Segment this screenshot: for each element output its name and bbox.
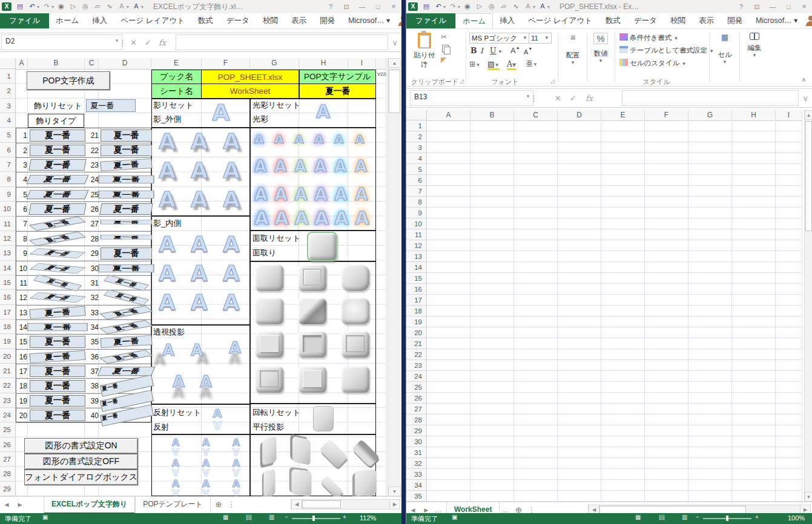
help-button[interactable]: ? xyxy=(733,0,749,13)
reflect-sample[interactable]: AA xyxy=(229,459,243,477)
bevel-sample[interactable] xyxy=(255,264,283,291)
bevel-sample[interactable] xyxy=(341,298,369,324)
close-button[interactable]: × xyxy=(386,0,401,13)
shadow-outer-sample[interactable]: A xyxy=(223,160,240,182)
column-header-E[interactable]: E xyxy=(601,110,645,120)
underline-button[interactable]: U xyxy=(490,46,497,55)
shadow-outer-sample[interactable]: A xyxy=(191,189,208,211)
row-header-4[interactable]: 4 xyxy=(0,113,13,128)
cells-group-button[interactable]: ▦ セル ▼ xyxy=(713,33,737,76)
deco-cell[interactable]: 夏一番 xyxy=(101,129,152,141)
reflect-sample[interactable]: AA xyxy=(168,459,183,477)
column-header-I[interactable]: I xyxy=(348,58,376,68)
camera-icon[interactable]: ◉ xyxy=(55,0,67,13)
shadow-outer-sample[interactable]: A xyxy=(159,160,176,182)
glow-sample[interactable]: A xyxy=(334,186,348,203)
shadow-outer-sample[interactable]: A xyxy=(223,189,240,211)
bevel-sample[interactable] xyxy=(255,366,283,393)
shadow-outer-sample[interactable]: A xyxy=(159,131,176,152)
deco-cell[interactable]: 夏一番 xyxy=(104,275,149,290)
minimize-button[interactable]: — xyxy=(765,0,781,13)
bevel-sample[interactable] xyxy=(341,264,369,291)
fx-icon[interactable]: fx xyxy=(586,89,593,107)
column-header-H[interactable]: H xyxy=(299,58,348,68)
grow-font-button[interactable]: A▲ xyxy=(510,45,520,55)
row-header-14[interactable]: 14 xyxy=(406,262,424,273)
deco-cell[interactable]: 夏一番 xyxy=(99,320,153,334)
deco-cell[interactable]: 夏一番 xyxy=(30,380,85,391)
deco-cell[interactable]: 夏一番 xyxy=(30,395,85,407)
glow-sample[interactable]: A xyxy=(314,209,329,228)
tab-file[interactable]: ファイル xyxy=(0,13,49,28)
perspective-sample[interactable]: A xyxy=(229,340,241,356)
column-header-A[interactable]: A xyxy=(16,58,28,68)
row-header-9[interactable]: 9 xyxy=(406,208,424,218)
reflect-sample[interactable]: AA xyxy=(199,479,213,496)
row-header-24[interactable]: 24 xyxy=(406,371,424,382)
horizontal-scroll-thumb[interactable] xyxy=(302,500,341,508)
shrink-font-button[interactable]: A▼ xyxy=(524,47,532,56)
glow-sample[interactable]: A xyxy=(294,159,306,174)
excel-logo-icon[interactable]: X xyxy=(408,2,418,11)
glow-sample[interactable]: A xyxy=(254,159,266,174)
editing-group-button[interactable]: 編集 ▼ xyxy=(742,33,767,76)
bevel-reset-sample[interactable] xyxy=(307,232,337,261)
ribbon-options-button[interactable]: ⊡ xyxy=(749,0,765,13)
restore-button[interactable]: □ xyxy=(781,0,796,13)
glow-sample[interactable]: A xyxy=(334,159,346,174)
row-header-23[interactable]: 23 xyxy=(406,360,424,371)
page-icon[interactable]: ▱ xyxy=(91,0,104,13)
row-header-26[interactable]: 26 xyxy=(406,393,424,404)
deco-cell[interactable]: 夏一番 xyxy=(104,290,149,306)
row-header-26[interactable]: 26 xyxy=(0,437,13,452)
row-header-35[interactable]: 35 xyxy=(406,491,424,502)
row-header-13[interactable]: 13 xyxy=(406,251,424,262)
clipboard-dialog-launcher-icon[interactable]: ◿ xyxy=(460,78,464,84)
perspective-sample[interactable]: A xyxy=(191,342,203,358)
glow-sample[interactable]: A xyxy=(254,209,269,228)
tab-2[interactable]: 挿入 xyxy=(493,13,521,28)
shadow-outer-sample[interactable]: A xyxy=(159,189,176,211)
vertical-scroll-thumb[interactable] xyxy=(805,121,812,231)
bevel-sample[interactable] xyxy=(298,298,326,324)
format-painter-icon[interactable]: ◤ xyxy=(441,56,446,64)
glow-sample[interactable]: A xyxy=(355,159,367,174)
enter-icon[interactable]: ✓ xyxy=(145,33,151,51)
tab-7[interactable]: 表示 xyxy=(692,13,721,28)
column-header-F[interactable]: F xyxy=(202,58,250,68)
select-all-corner[interactable] xyxy=(406,110,427,120)
deco-cell[interactable]: 夏一番 xyxy=(29,306,85,319)
cut-icon[interactable]: ✂ xyxy=(441,33,447,41)
format-as-table-button[interactable]: テーブルとして書式設定 ▼ xyxy=(619,46,714,55)
deco-cell[interactable]: 夏一番 xyxy=(30,145,85,156)
row-header-2[interactable]: 2 xyxy=(406,131,424,142)
zoom-in-icon[interactable]: + xyxy=(755,514,759,520)
row-header-33[interactable]: 33 xyxy=(406,469,424,480)
tab-8[interactable]: 開発 xyxy=(721,13,749,28)
tab-6[interactable]: 校閲 xyxy=(256,13,285,28)
glow-sample[interactable]: A xyxy=(254,133,263,145)
row-header-3[interactable]: 3 xyxy=(406,142,424,153)
formula-expand-icon[interactable]: ∨ xyxy=(392,33,398,51)
deco-reset-label[interactable]: 飾りリセット xyxy=(34,100,82,111)
cancel-icon[interactable]: ✕ xyxy=(555,89,561,107)
chevron-down-icon[interactable]: ▼ xyxy=(457,1,461,14)
sheet-nav-left-icon[interactable]: ◀ xyxy=(0,497,13,514)
shadow-inner-sample[interactable]: A xyxy=(159,292,176,313)
zoom-out-icon[interactable]: − xyxy=(285,514,288,520)
row-header-18[interactable]: 18 xyxy=(406,306,424,316)
glow-sample[interactable]: A xyxy=(355,133,364,145)
sheet-tab-EXCELポップ文字飾り[interactable]: EXCELポップ文字飾り xyxy=(44,497,135,514)
scroll-left-icon[interactable]: ◀ xyxy=(291,500,302,509)
font-size-select[interactable]: 11 ▼ xyxy=(529,33,552,44)
restore-button[interactable]: □ xyxy=(370,0,386,13)
row-header-10[interactable]: 10 xyxy=(406,218,424,229)
zoom-slider-thumb[interactable] xyxy=(312,516,315,521)
chevron-down-icon[interactable]: ▼ xyxy=(125,1,130,14)
column-header-G[interactable]: G xyxy=(688,110,732,120)
ruby-button[interactable]: 亜▼ xyxy=(526,59,538,68)
page-icon[interactable]: ▱ xyxy=(498,0,510,13)
column-header-A[interactable]: A xyxy=(427,110,470,120)
row-header-16[interactable]: 16 xyxy=(406,284,424,295)
cancel-icon[interactable]: ✕ xyxy=(130,33,137,51)
